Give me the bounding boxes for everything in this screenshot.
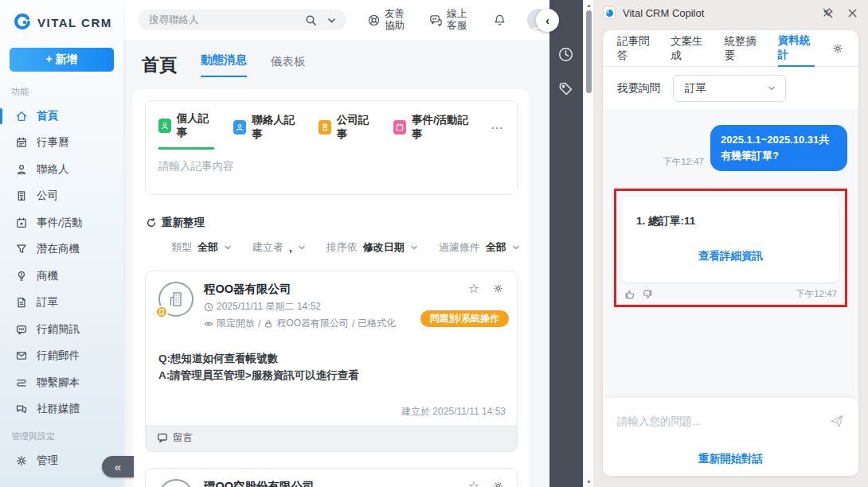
feed-card-title[interactable]: 程OO器有限公司 [204, 282, 506, 297]
filter-creator[interactable]: 建立者 , [252, 240, 306, 255]
feed-card-header: 環OO空股份有限公司 2025/11/11 星期二 14:50 限定開放 / 環… [146, 469, 517, 487]
sms-icon [15, 323, 28, 336]
page-scrollbar[interactable]: ▲ ▼ [583, 0, 593, 487]
scroll-down-arrow-icon[interactable]: ▼ [584, 479, 594, 485]
chat-support-icon [429, 14, 443, 27]
sidebar-collapse-button[interactable]: « [102, 456, 134, 477]
tab-dashboard[interactable]: 儀表板 [271, 54, 306, 77]
sidebar-item-sms[interactable]: 行銷簡訊 [0, 316, 123, 343]
view-details-link[interactable]: 查看詳細資訊 [636, 249, 825, 263]
assistant-answer-card: 1. 總訂單:11 查看詳細資訊 [622, 197, 839, 282]
notification-bell-icon[interactable] [493, 14, 506, 27]
card-settings-gear-icon[interactable] [492, 282, 504, 294]
copilot-tabs: 記事問答 文案生成 統整摘要 資料統計 [603, 30, 858, 67]
topic-select[interactable]: 訂單 [673, 75, 786, 102]
search-icon[interactable] [304, 14, 318, 27]
close-icon[interactable] [846, 7, 858, 19]
sidebar: VITAL CRM + 新增 功能 首頁 行事曆 聯絡人 公司 事件/活動 潛在… [0, 0, 123, 487]
answer-text: 1. 總訂單:11 [636, 214, 825, 228]
script-icon [15, 376, 28, 389]
clock-icon [204, 302, 213, 312]
more-tabs-button[interactable]: ⋯ [491, 120, 504, 142]
star-icon[interactable]: ☆ [468, 281, 479, 296]
search-chevron-down-icon[interactable] [325, 14, 338, 27]
chat-area: 下午12:47 2025.1.1~2025.10.31共有幾筆訂單? 1. 總訂… [603, 109, 858, 398]
company-icon [15, 189, 28, 202]
tab-contact-note[interactable]: 聯絡人記事 [233, 113, 299, 149]
restart-conversation-link[interactable]: 重新開始對話 [617, 452, 844, 466]
filter-condition[interactable]: 過濾條件 全部 [439, 240, 520, 255]
eye-icon [204, 319, 213, 329]
tag-icon[interactable] [557, 80, 574, 99]
tab-company-note[interactable]: 公司記事 [319, 113, 374, 149]
panel-collapse-button[interactable]: ‹ [536, 9, 559, 32]
thumbs-up-icon[interactable] [624, 289, 635, 300]
chevron-left-icon: ‹ [545, 14, 549, 27]
page-title: 首頁 [142, 53, 177, 77]
scroll-up-arrow-icon[interactable]: ▲ [584, 2, 594, 8]
company-badge-icon [155, 306, 168, 318]
app-window: VITAL CRM + 新增 功能 首頁 行事曆 聯絡人 公司 事件/活動 潛在… [0, 0, 868, 487]
search-input[interactable] [149, 14, 304, 25]
friendly-help-button[interactable]: 友善協助 [367, 8, 409, 32]
tab-summary[interactable]: 統整摘要 [725, 30, 761, 67]
new-button[interactable]: + 新增 [10, 48, 114, 72]
question-input[interactable] [617, 415, 830, 427]
tab-feed[interactable]: 動態消息 [201, 53, 247, 77]
contacts-icon [15, 163, 28, 176]
sidebar-item-contacts[interactable]: 聯絡人 [0, 156, 123, 183]
event-note-icon [393, 120, 406, 134]
copilot-settings-gear-icon[interactable] [831, 42, 844, 55]
annotation-highlight-box: 1. 總訂單:11 查看詳細資訊 下午12:47 [614, 189, 847, 307]
copilot-logo-icon [603, 6, 616, 19]
tab-note-qa[interactable]: 記事問答 [617, 30, 654, 67]
sidebar-item-scripts[interactable]: 聯繫腳本 [0, 369, 123, 396]
sidebar-item-home[interactable]: 首頁 [0, 103, 123, 130]
utility-strip [549, 0, 583, 487]
copilot-title: Vital CRM Copilot [623, 7, 704, 19]
comment-button[interactable]: 留言 [146, 425, 517, 451]
section-label-admin: 管理與設定 [0, 423, 123, 447]
unpin-icon[interactable] [822, 7, 834, 19]
feed-card-title[interactable]: 環OO空股份有限公司 [204, 479, 506, 487]
copilot-input-area: 重新開始對話 [603, 398, 858, 476]
note-input[interactable] [146, 150, 517, 194]
star-icon[interactable]: ☆ [468, 478, 479, 487]
category-tag: 問題別/系統操作 [420, 310, 509, 327]
brand-logo: VITAL CRM [0, 0, 123, 32]
chevron-down-icon [512, 243, 520, 251]
thumbs-down-icon[interactable] [642, 289, 653, 300]
filter-type[interactable]: 類型 全部 [171, 240, 232, 255]
mail-icon [15, 349, 28, 362]
sidebar-item-email[interactable]: 行銷郵件 [0, 343, 123, 370]
sidebar-item-social[interactable]: 社群媒體 [0, 396, 123, 423]
history-clock-icon[interactable] [557, 46, 574, 65]
card-settings-gear-icon[interactable] [492, 480, 504, 487]
online-support-button[interactable]: 線上客服 [429, 8, 471, 32]
tab-data-stats[interactable]: 資料統計 [778, 30, 815, 67]
search-bar[interactable] [138, 10, 346, 30]
sidebar-item-calendar[interactable]: 行事曆 [0, 130, 123, 157]
sidebar-item-company[interactable]: 公司 [0, 183, 123, 210]
sidebar-item-events[interactable]: 事件/活動 [0, 209, 123, 236]
sidebar-item-opportunities[interactable]: 商機 [0, 263, 123, 290]
message-timestamp: 下午12:47 [796, 288, 837, 300]
feed-panel: 個人記事 聯絡人記事 公司記事 事件/活動記事 ⋯ [132, 89, 529, 487]
send-icon[interactable] [830, 414, 844, 428]
chevron-down-icon [410, 243, 418, 251]
feed-card: 環OO空股份有限公司 2025/11/11 星期二 14:50 限定開放 / 環… [145, 468, 518, 487]
refresh-button[interactable]: 重新整理 [146, 216, 529, 230]
sidebar-item-orders[interactable]: 訂單 [0, 290, 123, 317]
feed-card-body: Q:想知道如何查看帳號數 A:請管理員至管理>服務資訊可以進行查看 [146, 330, 517, 384]
chevron-double-left-icon: « [115, 460, 121, 473]
lock-icon [264, 319, 273, 329]
filter-sort[interactable]: 排序依 修改日期 [326, 240, 418, 255]
gear-icon [15, 454, 28, 467]
home-icon [15, 110, 28, 123]
chevron-down-icon [224, 243, 232, 251]
sidebar-item-leads[interactable]: 潛在商機 [0, 236, 123, 263]
tab-copywriting[interactable]: 文案生成 [671, 30, 707, 67]
scrollbar-thumb[interactable] [586, 10, 592, 93]
tab-event-note[interactable]: 事件/活動記事 [393, 113, 471, 149]
tab-personal-note[interactable]: 個人記事 [158, 111, 214, 150]
